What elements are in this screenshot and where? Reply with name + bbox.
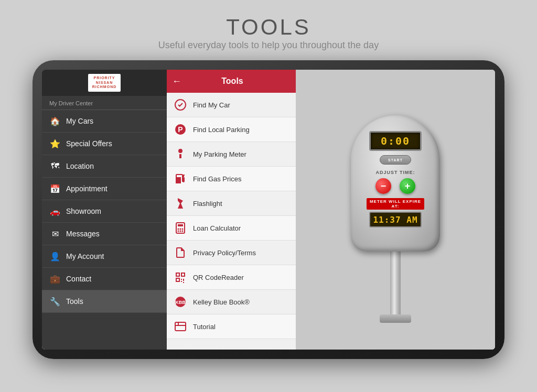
tool-label: Find Local Parking — [193, 126, 250, 134]
star-icon: ⭐ — [49, 138, 61, 149]
tool-label: Tutorial — [193, 323, 216, 331]
sidebar-item-my-cars[interactable]: 🏠 My Cars — [42, 110, 167, 133]
svg-rect-4 — [178, 224, 183, 226]
content-panel: 0:00 START ADJUST TIME: − + METER WILL E… — [296, 70, 495, 350]
person-icon: 👤 — [49, 251, 61, 262]
flashlight-icon — [173, 196, 188, 211]
tutorial-icon — [173, 319, 188, 334]
meter-adjust-label: ADJUST TIME: — [376, 170, 415, 175]
svg-text:P: P — [178, 125, 182, 134]
sidebar-item-label: Location — [66, 162, 94, 170]
meter-pole — [390, 252, 401, 314]
tool-label: Privacy Policy/Terms — [193, 249, 256, 257]
page-title: TOOLS — [158, 15, 379, 40]
meter-expire-label: METER WILL EXPIRE AT: — [367, 198, 424, 210]
tool-item-qr-code-reader[interactable]: QR CodeReader — [167, 265, 296, 290]
svg-point-7 — [182, 228, 184, 230]
sidebar-item-location[interactable]: 🗺 Location — [42, 155, 167, 178]
sidebar-item-label: Special Offers — [66, 139, 112, 148]
sidebar-item-showroom[interactable]: 🚗 Showroom — [42, 200, 167, 223]
parking-icon: P — [173, 122, 188, 137]
tool-item-find-gas-prices[interactable]: Find Gas Prices — [167, 167, 296, 191]
tool-item-tutorial[interactable]: Tutorial — [167, 314, 296, 339]
sidebar-item-label: Messages — [66, 230, 100, 238]
meter-start-button[interactable]: START — [380, 155, 411, 165]
tablet-frame: PRIORITYNISSANRICHMOND My Driver Center … — [33, 60, 504, 359]
calendar-icon: 📅 — [49, 183, 61, 194]
gas-icon — [173, 171, 188, 186]
page-header: TOOLS Useful everyday tools to help you … — [158, 0, 379, 60]
meter-expire-time: 11:37 AM — [373, 215, 417, 225]
sidebar: PRIORITYNISSANRICHMOND My Driver Center … — [42, 70, 167, 350]
meter-head: 0:00 START ADJUST TIME: − + METER WILL E… — [351, 115, 440, 252]
tablet-screen: PRIORITYNISSANRICHMOND My Driver Center … — [42, 70, 495, 350]
tool-label: My Parking Meter — [193, 150, 246, 158]
tools-panel: ← Tools Find My Car P Find Local Parking — [167, 70, 296, 350]
svg-point-6 — [180, 228, 181, 230]
sidebar-item-label: Appointment — [66, 184, 108, 193]
parking-meter-icon — [173, 147, 188, 161]
briefcase-icon: 💼 — [49, 273, 61, 285]
wrench-icon: 🔧 — [49, 296, 61, 307]
tool-label: Kelley Blue Book® — [193, 298, 250, 306]
svg-text:KBB: KBB — [175, 300, 186, 305]
back-button[interactable]: ← — [172, 76, 181, 87]
find-my-car-icon — [173, 97, 188, 112]
house-icon: 🏠 — [49, 115, 61, 127]
document-icon — [173, 245, 188, 260]
tools-title: Tools — [187, 77, 291, 86]
meter-expire-display: 11:37 AM — [369, 212, 422, 227]
sidebar-logo: PRIORITYNISSANRICHMOND — [42, 70, 167, 96]
car-icon: 🚗 — [49, 205, 61, 217]
sidebar-item-special-offers[interactable]: ⭐ Special Offers — [42, 133, 167, 155]
meter-display: 0:00 — [369, 131, 422, 151]
tool-label: QR CodeReader — [193, 274, 244, 281]
tool-item-find-local-parking[interactable]: P Find Local Parking — [167, 117, 296, 142]
meter-time-display: 0:00 — [381, 135, 410, 147]
sidebar-item-tools[interactable]: 🔧 Tools — [42, 290, 167, 313]
tool-label: Find My Car — [193, 101, 230, 109]
sidebar-item-label: My Cars — [66, 117, 93, 125]
tools-header: ← Tools — [167, 70, 296, 93]
sidebar-item-label: Showroom — [66, 207, 101, 215]
tool-item-my-parking-meter[interactable]: My Parking Meter — [167, 142, 296, 167]
svg-point-5 — [178, 228, 179, 230]
sidebar-item-messages[interactable]: ✉ Messages — [42, 223, 167, 245]
meter-minus-button[interactable]: − — [375, 178, 391, 194]
sidebar-item-my-account[interactable]: 👤 My Account — [42, 245, 167, 268]
sidebar-item-label: My Account — [66, 252, 104, 260]
meter-plus-button[interactable]: + — [400, 178, 415, 194]
envelope-icon: ✉ — [49, 228, 61, 239]
svg-point-8 — [178, 231, 179, 232]
svg-point-10 — [182, 231, 184, 232]
tool-item-kelley-blue-book[interactable]: KBB Kelley Blue Book® — [167, 290, 296, 314]
calculator-icon — [173, 221, 188, 235]
tool-label: Find Gas Prices — [193, 175, 241, 183]
qr-code-icon — [173, 270, 188, 285]
svg-rect-13 — [175, 322, 186, 331]
parking-meter: 0:00 START ADJUST TIME: − + METER WILL E… — [343, 115, 448, 335]
meter-buttons: − + — [375, 178, 415, 194]
brand-logo: PRIORITYNISSANRICHMOND — [88, 74, 121, 91]
sidebar-item-contact[interactable]: 💼 Contact — [42, 268, 167, 290]
sidebar-item-appointment[interactable]: 📅 Appointment — [42, 178, 167, 200]
tool-item-find-my-car[interactable]: Find My Car — [167, 93, 296, 117]
tool-label: Flashlight — [193, 200, 222, 208]
tool-item-flashlight[interactable]: Flashlight — [167, 191, 296, 216]
page-subtitle: Useful everyday tools to help you throug… — [158, 40, 379, 51]
driver-center-label: My Driver Center — [42, 96, 167, 110]
sidebar-item-label: Tools — [66, 297, 83, 306]
tool-item-loan-calculator[interactable]: Loan Calculator — [167, 216, 296, 241]
map-icon: 🗺 — [49, 160, 61, 172]
sidebar-item-label: Contact — [66, 275, 91, 283]
kbb-icon: KBB — [173, 295, 188, 309]
svg-point-9 — [180, 231, 181, 232]
meter-base — [380, 314, 411, 323]
tool-item-privacy-policy[interactable]: Privacy Policy/Terms — [167, 241, 296, 265]
tool-label: Loan Calculator — [193, 224, 241, 232]
